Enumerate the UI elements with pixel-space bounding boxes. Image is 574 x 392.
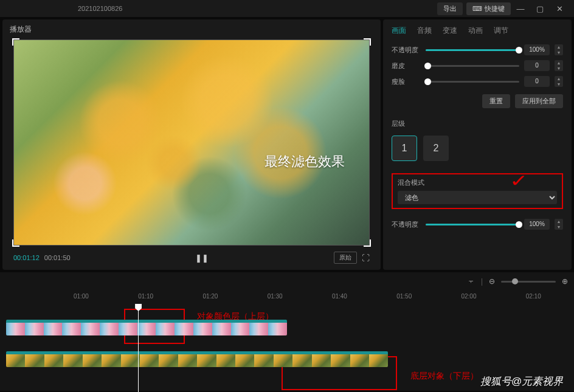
smooth-value[interactable]: 0 xyxy=(524,60,550,71)
opacity2-label: 不透明度 xyxy=(392,220,421,229)
smooth-slider[interactable] xyxy=(426,65,519,67)
slim-stepper[interactable]: ▲▼ xyxy=(555,76,563,87)
tab-picture[interactable]: 画面 xyxy=(392,26,406,36)
preview-canvas[interactable]: 最终滤色效果 xyxy=(13,40,370,246)
zoom-slider[interactable] xyxy=(501,281,556,283)
original-toggle[interactable]: 原始 xyxy=(334,252,357,264)
zoom-in-icon[interactable]: ⊕ xyxy=(562,277,568,286)
pause-button[interactable]: ❚❚ xyxy=(195,253,209,263)
fullscreen-icon[interactable]: ⛶ xyxy=(362,253,370,263)
overlay-text: 最终滤色效果 xyxy=(265,153,345,171)
export-button[interactable]: 导出 xyxy=(437,2,463,15)
project-name: 202102100826 xyxy=(78,5,122,12)
tab-animation[interactable]: 动画 xyxy=(468,26,483,36)
slim-label: 瘦脸 xyxy=(392,77,421,86)
opacity-label: 不透明度 xyxy=(392,46,421,55)
close-button[interactable]: ✕ xyxy=(550,4,569,13)
player-header: 播放器 xyxy=(2,19,381,40)
smooth-label: 磨皮 xyxy=(392,61,421,70)
opacity-slider[interactable] xyxy=(426,49,519,51)
blend-label: 混合模式 xyxy=(398,178,557,187)
opacity2-slider[interactable] xyxy=(426,224,519,225)
time-current: 00:01:12 xyxy=(13,254,40,261)
blend-mode-select[interactable]: 滤色 xyxy=(398,191,557,204)
reset-button[interactable]: 重置 xyxy=(482,94,510,108)
time-duration: 00:01:50 xyxy=(44,254,71,261)
timeline-ruler[interactable]: 01:00 01:10 01:20 01:30 01:40 01:50 02:0… xyxy=(6,288,568,303)
opacity-stepper[interactable]: ▲▼ xyxy=(555,44,563,55)
opacity2-value[interactable]: 100% xyxy=(524,219,550,230)
smooth-stepper[interactable]: ▲▼ xyxy=(555,60,563,71)
snap-icon[interactable]: ⫟ xyxy=(468,277,475,286)
minimize-button[interactable]: — xyxy=(511,4,530,13)
layer-2[interactable]: 2 xyxy=(423,136,449,161)
shortcuts-button[interactable]: ⌨快捷键 xyxy=(466,2,511,15)
apply-all-button[interactable]: 应用到全部 xyxy=(515,94,563,108)
annotation-lower: 底层对象（下层） xyxy=(410,371,479,382)
blend-highlight: ✓ 混合模式 滤色 xyxy=(392,173,563,209)
check-mark-icon: ✓ xyxy=(510,171,528,191)
opacity-value[interactable]: 100% xyxy=(524,44,550,55)
layer-1[interactable]: 1 xyxy=(392,136,417,161)
tab-adjust[interactable]: 调节 xyxy=(494,26,508,36)
slim-value[interactable]: 0 xyxy=(524,76,550,87)
tab-audio[interactable]: 音频 xyxy=(417,26,432,36)
playhead[interactable] xyxy=(138,304,139,392)
watermark: 搜狐号@元素视界 xyxy=(480,374,563,388)
layer-label: 层级 xyxy=(392,119,563,128)
clip-upper[interactable] xyxy=(6,320,287,335)
tab-speed[interactable]: 变速 xyxy=(443,26,457,36)
slim-slider[interactable] xyxy=(426,81,519,83)
zoom-out-icon[interactable]: ⊖ xyxy=(489,277,495,286)
clip-lower[interactable] xyxy=(6,351,388,367)
opacity2-stepper[interactable]: ▲▼ xyxy=(555,219,563,230)
maximize-button[interactable]: ▢ xyxy=(530,4,550,13)
